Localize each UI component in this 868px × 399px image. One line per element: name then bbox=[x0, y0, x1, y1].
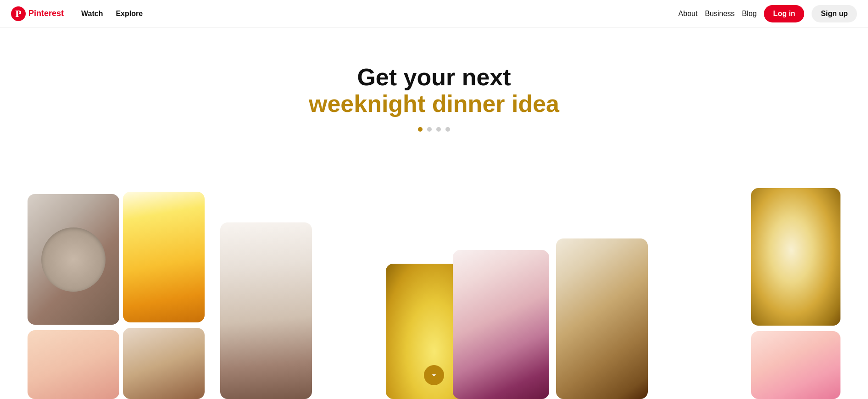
left-nav: Watch Explore bbox=[77, 6, 147, 22]
pink-drink-image bbox=[28, 330, 119, 399]
dot-3[interactable] bbox=[436, 127, 441, 132]
nav-business[interactable]: Business bbox=[705, 10, 734, 18]
right-nav: About Business Blog Log in Sign up bbox=[679, 5, 857, 22]
image-col-2 bbox=[123, 192, 205, 399]
hero-title-line1: Get your next bbox=[309, 64, 559, 90]
hero-title-line2: weeknight dinner idea bbox=[309, 90, 559, 118]
image-col-r2 bbox=[556, 238, 648, 399]
hero-text: Get your next weeknight dinner idea bbox=[309, 64, 559, 118]
pinterest-p-icon: P bbox=[11, 6, 26, 21]
chevron-down-icon bbox=[429, 371, 439, 380]
flatbread-image bbox=[751, 188, 840, 326]
image-col-far-right bbox=[751, 188, 840, 399]
dot-1[interactable] bbox=[418, 127, 423, 132]
salad-plate-image bbox=[28, 194, 119, 325]
image-col-r1 bbox=[453, 250, 549, 399]
purple-toast-image bbox=[453, 250, 549, 399]
nav-watch[interactable]: Watch bbox=[77, 6, 107, 22]
brand-name: Pinterest bbox=[28, 9, 64, 18]
nav-blog[interactable]: Blog bbox=[742, 10, 757, 18]
scroll-down-button[interactable] bbox=[424, 365, 444, 385]
dot-4[interactable] bbox=[445, 127, 450, 132]
nav-about[interactable]: About bbox=[679, 10, 698, 18]
image-col-3 bbox=[220, 222, 312, 399]
signup-button[interactable]: Sign up bbox=[812, 5, 857, 22]
balloon-room-image bbox=[751, 331, 840, 399]
image-col-1 bbox=[28, 194, 119, 399]
logo-area: P Pinterest Watch Explore bbox=[11, 6, 147, 22]
dot-2[interactable] bbox=[427, 127, 432, 132]
nav-explore[interactable]: Explore bbox=[111, 6, 147, 22]
col2-bottom-image bbox=[123, 328, 205, 399]
orange-juice-image bbox=[123, 192, 205, 322]
hero-section: Get your next weeknight dinner idea bbox=[0, 28, 868, 399]
carousel-dots bbox=[418, 127, 450, 132]
login-button[interactable]: Log in bbox=[764, 5, 804, 22]
cooking-bowl-image bbox=[220, 222, 312, 399]
grilled-fish-image bbox=[556, 238, 648, 399]
header: P Pinterest Watch Explore About Business… bbox=[0, 0, 868, 28]
pinterest-logo-link[interactable]: P Pinterest bbox=[11, 6, 64, 21]
